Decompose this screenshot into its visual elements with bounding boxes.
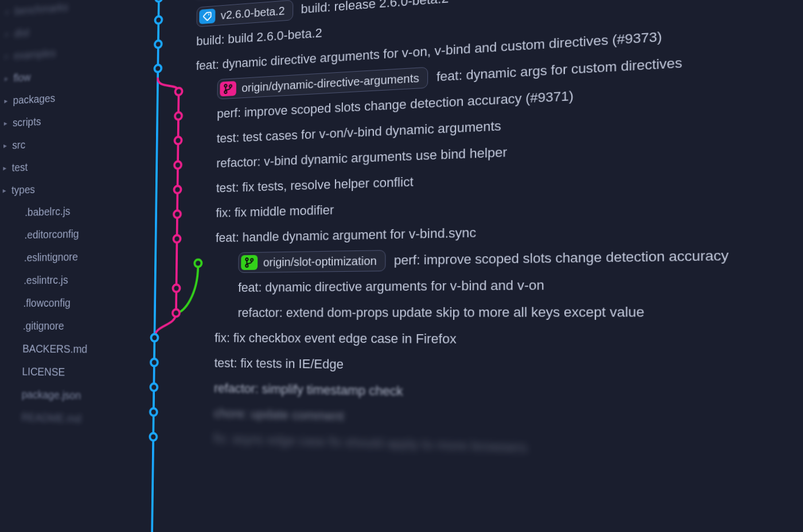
file-item[interactable]: ▸.eslintignore	[0, 244, 122, 269]
file-item[interactable]: ▸.gitignore	[0, 314, 122, 338]
commit-message: chore: update comment	[214, 406, 344, 424]
commit-row[interactable]: refactor: extend dom-props update skip t…	[193, 297, 803, 327]
chevron-right-icon: ▸	[1, 161, 8, 175]
git-branch-icon	[241, 255, 258, 270]
svg-line-1	[176, 92, 179, 313]
svg-point-28	[245, 264, 248, 267]
file-item[interactable]: ▸.eslintrc.js	[0, 268, 122, 292]
file-item[interactable]: ▸.babelrc.js	[0, 198, 123, 224]
svg-point-6	[155, 40, 162, 48]
commit-message: test: fix tests, resolve helper conflict	[216, 174, 414, 195]
svg-point-15	[174, 136, 181, 144]
tree-item-label: LICENSE	[22, 361, 65, 382]
svg-line-0	[151, 0, 160, 532]
tree-item-label: scripts	[13, 111, 41, 133]
chevron-right-icon: ▸	[2, 93, 9, 108]
svg-point-20	[173, 284, 180, 292]
tree-item-label: packages	[13, 88, 55, 111]
svg-point-24	[224, 84, 227, 87]
svg-point-10	[150, 384, 157, 391]
commit-message: test: fix tests in IE/Edge	[215, 355, 344, 372]
tree-item-label: .editorconfig	[24, 224, 79, 245]
svg-point-5	[155, 16, 162, 24]
file-item[interactable]: ▸LICENSE	[0, 359, 120, 384]
tree-item-label: README.md	[21, 407, 81, 429]
svg-point-7	[154, 65, 161, 72]
tree-item-label: .gitignore	[23, 315, 64, 336]
file-tree[interactable]: ▸.circleci▸.github▸benchmarks▸dist▸examp…	[0, 0, 130, 532]
tag-icon	[199, 9, 215, 24]
git-branch-icon	[220, 81, 236, 96]
branch-ref[interactable]: origin/slot-optimization	[238, 250, 385, 273]
file-item[interactable]: ▸.flowconfig	[0, 291, 122, 314]
tree-item-label: src	[12, 134, 25, 155]
svg-point-21	[173, 310, 180, 317]
svg-point-9	[151, 359, 158, 366]
editor-window: ▸.circleci▸.github▸benchmarks▸dist▸examp…	[0, 0, 803, 532]
chevron-right-icon: ▸	[1, 138, 8, 152]
file-item[interactable]: ▸BACKERS.md	[0, 337, 121, 361]
commit-message: feat: handle dynamic argument for v-bind…	[216, 225, 476, 246]
git-graph-panel[interactable]: build: 2.6.0-beta.3build: fix feature fl…	[120, 0, 803, 532]
svg-point-27	[245, 258, 248, 261]
file-item[interactable]: ▸.editorconfig	[0, 221, 123, 247]
svg-point-16	[174, 161, 181, 169]
folder-item[interactable]: ▸types	[1, 175, 123, 202]
tree-item-label: examples	[14, 42, 56, 65]
ref-label: v2.6.0-beta.2	[221, 4, 285, 22]
chevron-right-icon: ▸	[4, 5, 11, 19]
svg-point-12	[150, 433, 157, 440]
tree-item-label: dist	[14, 22, 29, 44]
commit-message: fix: fix checkbox event edge case in Fir…	[215, 331, 457, 347]
tree-item-label: .babelrc.js	[25, 201, 71, 222]
commit-message: feat: dynamic directive arguments for v-…	[238, 277, 544, 295]
chevron-right-icon: ▸	[3, 71, 10, 85]
svg-point-11	[150, 408, 157, 416]
tree-item-label: BACKERS.md	[22, 338, 88, 359]
chevron-right-icon: ▸	[3, 49, 10, 63]
commit-list[interactable]: build: 2.6.0-beta.3build: fix feature fl…	[192, 0, 803, 476]
tree-item-label: flow	[13, 66, 31, 88]
commit-message: refactor: simplify timestamp check	[214, 381, 403, 399]
commit-message: build: build 2.6.0-beta.2	[196, 26, 322, 49]
ref-label: origin/slot-optimization	[263, 254, 377, 269]
commit-message: fix: fix middle modifier	[216, 202, 334, 220]
tree-item-label: test	[11, 157, 28, 178]
svg-point-8	[151, 334, 158, 342]
tree-item-label: package.json	[22, 384, 81, 406]
tree-item-label: .eslintrc.js	[24, 269, 68, 291]
svg-point-18	[174, 210, 181, 218]
chevron-right-icon: ▸	[3, 26, 10, 41]
svg-point-19	[173, 235, 180, 242]
commit-message: perf: improve scoped slots change detect…	[394, 248, 729, 268]
ref-label: origin/dynamic-directive-arguments	[241, 71, 419, 95]
file-item[interactable]: ▸README.md	[0, 405, 120, 432]
svg-point-14	[175, 112, 182, 120]
file-item[interactable]: ▸package.json	[0, 382, 120, 408]
svg-point-26	[229, 85, 232, 88]
chevron-right-icon: ▸	[1, 183, 7, 197]
tree-item-label: .flowconfig	[23, 292, 71, 313]
svg-point-13	[175, 88, 182, 95]
svg-point-4	[155, 0, 162, 2]
svg-point-23	[208, 14, 209, 15]
chevron-right-icon: ▸	[2, 116, 9, 130]
svg-point-29	[251, 259, 253, 261]
svg-point-17	[174, 186, 181, 193]
svg-point-25	[224, 91, 227, 93]
tree-item-label: .eslintignore	[24, 247, 79, 268]
tree-item-label: benchmarks	[14, 0, 68, 21]
commit-message: refactor: extend dom-props update skip t…	[237, 304, 644, 321]
tree-item-label: types	[11, 179, 36, 200]
commit-message: fix: async edge case fix should apply to…	[213, 431, 527, 456]
